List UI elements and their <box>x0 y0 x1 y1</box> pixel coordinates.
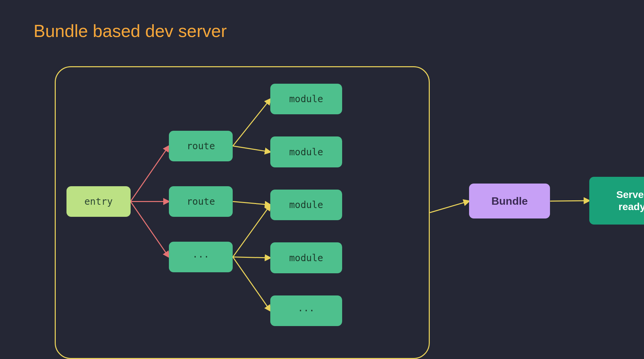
server-ready-line2: ready <box>616 201 644 213</box>
diagram-canvas: entry route route ··· module module modu… <box>0 0 644 359</box>
bundle-node: Bundle <box>469 184 550 218</box>
server-ready-line1: Server <box>616 189 644 201</box>
arrow-border_right-to-bundle <box>430 201 469 212</box>
route-node-ellipsis: ··· <box>169 242 233 272</box>
module-node-3: module <box>270 190 342 220</box>
route-node-1: route <box>169 131 233 161</box>
module-node-4: module <box>270 242 342 273</box>
route-node-2: route <box>169 186 233 217</box>
entry-node: entry <box>66 186 131 217</box>
module-node-ellipsis: ··· <box>270 295 342 326</box>
arrow-bundle-to-server <box>550 201 589 201</box>
server-ready-node: Server ready <box>589 177 644 225</box>
module-node-2: module <box>270 136 342 167</box>
module-node-1: module <box>270 84 342 114</box>
